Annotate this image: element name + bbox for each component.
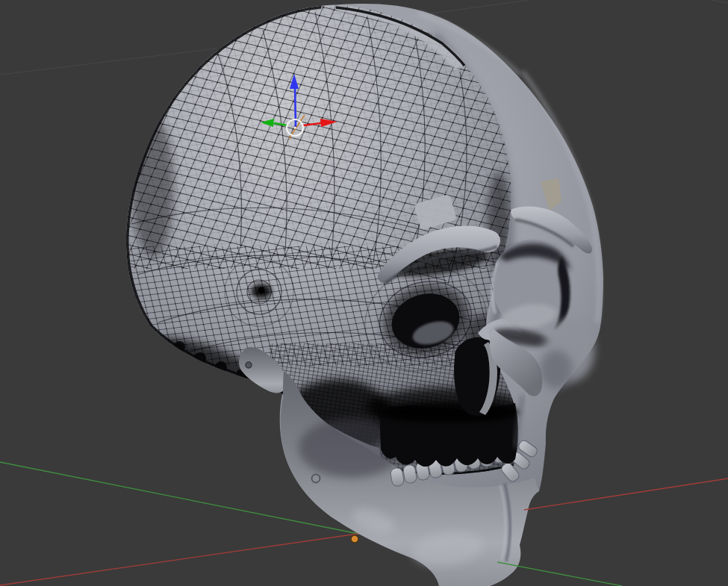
3d-viewport[interactable]: [0, 0, 728, 586]
cheek-shadow: [540, 350, 573, 389]
upper-teeth-top-shadow: [377, 402, 519, 423]
mental-foramen: [312, 475, 320, 483]
temporal-pole-dot: [258, 287, 265, 294]
viewport-canvas[interactable]: [0, 0, 728, 586]
condyle-hole: [246, 362, 252, 368]
pivot-center-dot: [293, 126, 296, 128]
object-origin-dot[interactable]: [351, 535, 358, 543]
